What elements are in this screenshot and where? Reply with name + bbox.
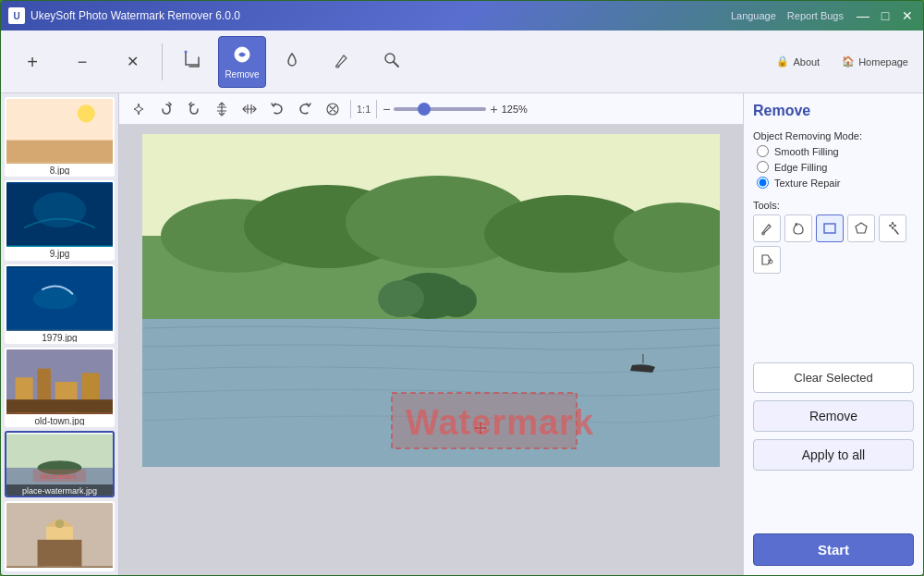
- remove-tool-button[interactable]: Remove: [218, 36, 266, 88]
- svg-point-36: [436, 284, 477, 317]
- texture-label: Texture Repair: [774, 178, 841, 189]
- image-toolbar: 1:1 − + 125%: [119, 93, 743, 125]
- undo-button[interactable]: [265, 97, 289, 121]
- close-button[interactable]: ✕: [899, 7, 916, 24]
- about-link[interactable]: 🔒 About: [769, 52, 827, 71]
- edge-label: Edge Filling: [774, 162, 827, 173]
- right-panel: Remove Object Removing Mode: Smooth Fill…: [743, 93, 923, 575]
- thumbnail-1979jpg: [6, 266, 113, 331]
- thumb-label-mosque: [6, 568, 113, 571]
- thumb-label-1979jpg: 1979.jpg: [6, 331, 113, 344]
- clone-tool-button[interactable]: [368, 36, 416, 88]
- zoom-1to1-label: 1:1: [357, 104, 371, 115]
- smooth-label: Smooth Filling: [774, 146, 839, 157]
- clear-selected-button[interactable]: Clear Selected: [753, 362, 914, 393]
- apply-to-all-button[interactable]: Apply to all: [753, 439, 914, 471]
- poly-select-button[interactable]: [847, 214, 875, 242]
- homepage-link[interactable]: 🏠 Homepage: [834, 52, 916, 71]
- edge-radio[interactable]: [757, 161, 769, 173]
- sidebar-item-mosque[interactable]: [5, 501, 115, 571]
- home-icon: 🏠: [842, 55, 855, 67]
- minimize-button[interactable]: —: [855, 7, 871, 24]
- minus-icon: −: [78, 54, 88, 70]
- panel-title: Remove: [753, 103, 914, 119]
- rotate-cw-button[interactable]: [154, 97, 178, 121]
- add-file-button[interactable]: +: [8, 36, 56, 88]
- tools-section: Tools:: [753, 200, 914, 274]
- remove-file-button[interactable]: −: [58, 36, 106, 88]
- svg-text:Watermark: Watermark: [406, 403, 594, 442]
- svg-point-25: [55, 520, 65, 529]
- close-file-button[interactable]: ✕: [108, 36, 156, 88]
- svg-point-0: [185, 51, 188, 54]
- thumbnail-9jpg: [6, 182, 113, 247]
- thumb-label-8jpg: 8.jpg: [6, 164, 113, 177]
- main-toolbar: + − ✕ Remove: [1, 31, 923, 93]
- crop-icon: [182, 50, 202, 73]
- svg-point-6: [78, 104, 95, 122]
- titlebar-controls: — □ ✕: [855, 7, 916, 24]
- thumbnail-mosque: [6, 503, 113, 568]
- flip-h-button[interactable]: [237, 97, 261, 121]
- svg-rect-24: [38, 540, 82, 567]
- svg-point-41: [796, 223, 798, 226]
- fill-button[interactable]: [753, 246, 781, 274]
- close-icon: ✕: [127, 55, 139, 69]
- report-bugs-link[interactable]: Report Bugs: [787, 10, 844, 21]
- rotate-ccw-button[interactable]: [182, 97, 206, 121]
- svg-rect-42: [824, 224, 835, 233]
- spacer: [753, 478, 914, 522]
- lock-icon: 🔒: [776, 55, 789, 67]
- thumbnail-oldtown: [6, 349, 113, 414]
- toolbar-right: 🔒 About 🏠 Homepage: [769, 52, 916, 71]
- texture-radio[interactable]: [757, 177, 769, 189]
- crop-tool-button[interactable]: [168, 36, 216, 88]
- add-icon: +: [27, 53, 38, 71]
- zoom-plus-icon: +: [490, 102, 497, 116]
- brush-tool-button[interactable]: [318, 36, 366, 88]
- close-image-button[interactable]: [321, 97, 345, 121]
- brush-icon: [332, 50, 352, 73]
- object-removing-section: Object Removing Mode: Smooth Filling Edg…: [753, 130, 914, 189]
- thumbnail-8jpg: [6, 99, 113, 164]
- sidebar-item-1979jpg[interactable]: 1979.jpg: [5, 264, 115, 344]
- sparkle-tool-button[interactable]: [127, 97, 151, 121]
- zoom-minus-icon: −: [383, 102, 390, 116]
- app-icon: U: [8, 7, 25, 24]
- image-container: Watermark: [119, 125, 743, 575]
- start-button[interactable]: Start: [753, 533, 914, 566]
- texture-repair-option[interactable]: Texture Repair: [757, 177, 914, 189]
- image-wrapper: Watermark: [142, 134, 720, 470]
- smooth-filling-option[interactable]: Smooth Filling: [757, 145, 914, 157]
- sidebar-item-oldtown[interactable]: old-town.jpg: [5, 348, 115, 427]
- svg-line-43: [894, 229, 898, 234]
- lasso-button[interactable]: [784, 214, 812, 242]
- zoom-slider[interactable]: [394, 107, 486, 111]
- removing-mode-group: Smooth Filling Edge Filling Texture Repa…: [753, 145, 914, 189]
- thumb-overlay-label: place-watermark.jpg: [6, 484, 113, 497]
- main-content: 8.jpg 9.jpg: [1, 93, 923, 575]
- smooth-radio[interactable]: [757, 145, 769, 157]
- maximize-button[interactable]: □: [877, 7, 894, 24]
- svg-point-8: [33, 192, 87, 227]
- magic-wand-button[interactable]: [879, 214, 906, 242]
- language-link[interactable]: Language: [731, 10, 776, 21]
- svg-line-3: [394, 62, 398, 67]
- edge-filling-option[interactable]: Edge Filling: [757, 161, 914, 173]
- brush-draw-button[interactable]: [753, 214, 781, 242]
- drop-tool-button[interactable]: [268, 36, 316, 88]
- flip-v-button[interactable]: [210, 97, 234, 121]
- tools-grid: [753, 214, 914, 274]
- remove-button[interactable]: Remove: [753, 400, 914, 432]
- sidebar-item-9jpg[interactable]: 9.jpg: [5, 180, 115, 260]
- svg-point-35: [378, 280, 424, 317]
- toolbar-sep: [350, 100, 351, 118]
- sidebar-item-placewatermark[interactable]: Watermark place-watermark.jpg: [5, 431, 115, 497]
- app-title: UkeySoft Photo Watermark Remover 6.0.0: [30, 9, 731, 22]
- titlebar: U UkeySoft Photo Watermark Remover 6.0.0…: [1, 1, 923, 31]
- redo-button[interactable]: [293, 97, 317, 121]
- rect-select-button[interactable]: [816, 214, 844, 242]
- svg-text:Watermark: Watermark: [40, 473, 77, 482]
- thumb-label-9jpg: 9.jpg: [6, 247, 113, 260]
- sidebar-item-8jpg[interactable]: 8.jpg: [5, 97, 115, 177]
